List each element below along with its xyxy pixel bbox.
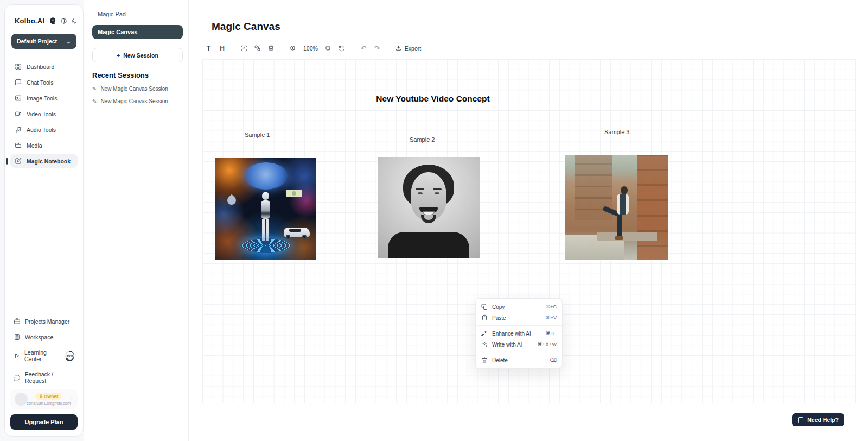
media-clapper-icon <box>15 142 22 149</box>
heading-tool-button[interactable]: H <box>216 42 228 54</box>
download-icon <box>395 45 402 52</box>
context-menu-label: Copy <box>492 304 505 310</box>
crown-icon: ♛ <box>39 394 43 399</box>
glow-platform-graphic <box>241 238 291 253</box>
sidebar-item-label: Magic Notebook <box>27 158 71 165</box>
footer-item-label: Projects Manager <box>25 318 69 325</box>
ai-scan-tool-button[interactable] <box>238 42 250 54</box>
sidebar-item-video-tools[interactable]: Video Tools <box>10 107 78 121</box>
project-selector-dropdown[interactable]: Default Project ⌄ <box>11 34 76 49</box>
app-root: Kolbo.AI Default Project ⌄ Dashboard Cha… <box>0 0 868 441</box>
sidebar-item-media[interactable]: Media <box>10 138 78 152</box>
magic-canvas-grid[interactable]: New Youtube Video Concept Sample 1 Sampl… <box>202 59 856 403</box>
sidebar-item-projects-manager[interactable]: Projects Manager <box>10 316 78 327</box>
dashboard-icon <box>15 63 22 70</box>
sidebar-item-label: Dashboard <box>27 64 54 70</box>
dark-mode-moon-icon[interactable] <box>71 18 78 24</box>
context-menu-item-copy[interactable]: Copy ⌘+C <box>476 301 562 312</box>
sidebar-item-label: Chat Tools <box>27 79 53 86</box>
context-menu-shortcut: ⌘+⇧+W <box>537 342 557 347</box>
play-icon <box>14 352 20 359</box>
sample-2-image[interactable] <box>378 157 480 258</box>
robot-graphic <box>262 219 269 241</box>
sidebar-item-learning-center[interactable]: Learning Center 66% <box>10 347 78 364</box>
sidebar-item-chat-tools[interactable]: Chat Tools <box>10 75 78 89</box>
recent-session-label: New Magic Canvas Session <box>100 86 168 92</box>
recent-sessions-list: ✎ New Magic Canvas Session ✎ New Magic C… <box>92 86 183 104</box>
text-tool-button[interactable]: T <box>202 42 215 54</box>
chevron-up-icon: ⌃ <box>69 397 73 402</box>
language-globe-icon[interactable] <box>60 17 67 24</box>
delete-tool-button[interactable] <box>265 42 277 54</box>
car-wheel-graphic <box>302 235 307 239</box>
image-icon <box>15 94 22 102</box>
upgrade-plan-button[interactable]: Upgrade Plan <box>10 414 78 430</box>
learning-progress-value: 66% <box>66 352 74 360</box>
sidebar-item-label: Video Tools <box>27 111 56 117</box>
recent-session-item[interactable]: ✎ New Magic Canvas Session <box>92 86 183 92</box>
sample-1-label[interactable]: Sample 1 <box>245 131 270 138</box>
sample-1-image[interactable] <box>215 158 316 260</box>
user-email: zoharvan12@gmail.com <box>27 401 71 406</box>
robot-graphic <box>262 192 269 200</box>
paste-clipboard-icon <box>481 314 488 321</box>
sample-3-label[interactable]: Sample 3 <box>604 129 629 135</box>
user-account-card[interactable]: ♛ Owner zoharvan12@gmail.com ⌃ <box>10 389 78 409</box>
digital-brain-graphic <box>244 162 288 190</box>
page-title: Magic Canvas <box>212 21 280 33</box>
pencil-icon: ✎ <box>92 98 97 104</box>
reset-view-button[interactable] <box>336 42 348 54</box>
context-menu-item-delete[interactable]: Delete ⌫ <box>476 355 562 366</box>
owner-role-badge: ♛ Owner <box>35 393 62 400</box>
user-meta: ♛ Owner zoharvan12@gmail.com <box>31 393 66 406</box>
recent-session-label: New Magic Canvas Session <box>100 98 168 104</box>
sample-2-label[interactable]: Sample 2 <box>410 136 435 143</box>
sample-3-image[interactable] <box>565 155 668 260</box>
zoom-out-button[interactable] <box>322 42 335 54</box>
context-menu-item-paste[interactable]: Paste ⌘+V <box>476 312 562 323</box>
new-session-label: New Session <box>123 52 158 59</box>
session-panel: Magic Pad Magic Canvas + New Session Rec… <box>84 0 189 441</box>
user-avatar <box>15 393 28 406</box>
zoom-level-display[interactable]: 100% <box>300 45 321 52</box>
portrait-brow-graphic <box>433 188 442 190</box>
ai-head-logo-icon <box>48 17 56 25</box>
building-icon <box>14 333 21 341</box>
money-graphic <box>286 190 302 197</box>
sidebar-item-workspace[interactable]: Workspace <box>10 331 78 343</box>
notebook-pen-icon <box>15 158 22 165</box>
sidebar-item-audio-tools[interactable]: Audio Tools <box>10 123 78 136</box>
canvas-heading-text[interactable]: New Youtube Video Concept <box>365 94 501 104</box>
pencil-icon: ✎ <box>92 86 97 92</box>
recent-session-item[interactable]: ✎ New Magic Canvas Session <box>92 98 183 104</box>
toolbar-separator <box>388 44 388 52</box>
chat-bubble-icon <box>15 79 22 86</box>
sidebar-item-image-tools[interactable]: Image Tools <box>10 91 78 105</box>
nav-magic-pad[interactable]: Magic Pad <box>92 8 183 21</box>
context-menu-shortcut: ⌫ <box>550 357 557 363</box>
footer-item-label: Workspace <box>25 334 53 341</box>
export-button[interactable]: Export <box>393 45 423 52</box>
context-menu-item-write-with-ai[interactable]: Write with AI ⌘+⇧+W <box>476 339 562 350</box>
nav-magic-canvas[interactable]: Magic Canvas <box>92 25 183 39</box>
sidebar-spacer <box>10 168 78 316</box>
flow-node-tool-button[interactable] <box>251 42 264 54</box>
seated-man-graphic <box>617 194 629 215</box>
sidebar-item-dashboard[interactable]: Dashboard <box>10 60 78 73</box>
seated-man-graphic <box>621 186 628 194</box>
redo-button[interactable]: ↷ <box>371 42 384 54</box>
seated-man-graphic <box>617 212 622 236</box>
chevron-down-icon: ⌄ <box>66 38 71 45</box>
context-menu-label: Write with AI <box>492 342 522 348</box>
music-note-icon <box>15 126 22 133</box>
undo-button[interactable]: ↶ <box>358 42 370 54</box>
context-menu-item-enhance-with-ai[interactable]: Enhance with AI ⌘+E <box>476 328 562 339</box>
new-session-button[interactable]: + New Session <box>92 48 183 62</box>
sidebar-item-magic-notebook[interactable]: Magic Notebook <box>10 154 78 168</box>
project-selector-label: Default Project <box>17 38 57 45</box>
sidebar-item-feedback-request[interactable]: Feedback / Request <box>10 369 78 386</box>
need-help-button[interactable]: Need Help? <box>792 413 844 426</box>
zoom-in-button[interactable] <box>286 42 299 54</box>
brand-logo-text: Kolbo.AI <box>15 17 44 25</box>
context-menu-separator <box>476 325 562 326</box>
